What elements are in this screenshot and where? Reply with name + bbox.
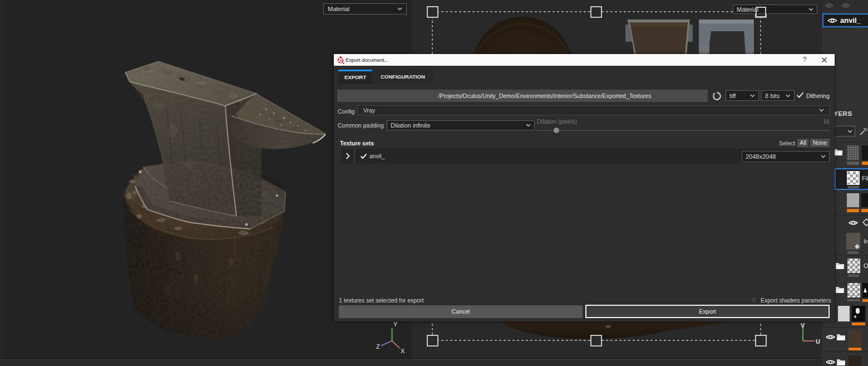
svg-text:X: X: [401, 348, 405, 354]
svg-text:V: V: [801, 322, 805, 329]
svg-text:U: U: [816, 338, 820, 345]
svg-text:Y: Y: [393, 321, 398, 328]
svg-text:Z: Z: [376, 343, 380, 350]
